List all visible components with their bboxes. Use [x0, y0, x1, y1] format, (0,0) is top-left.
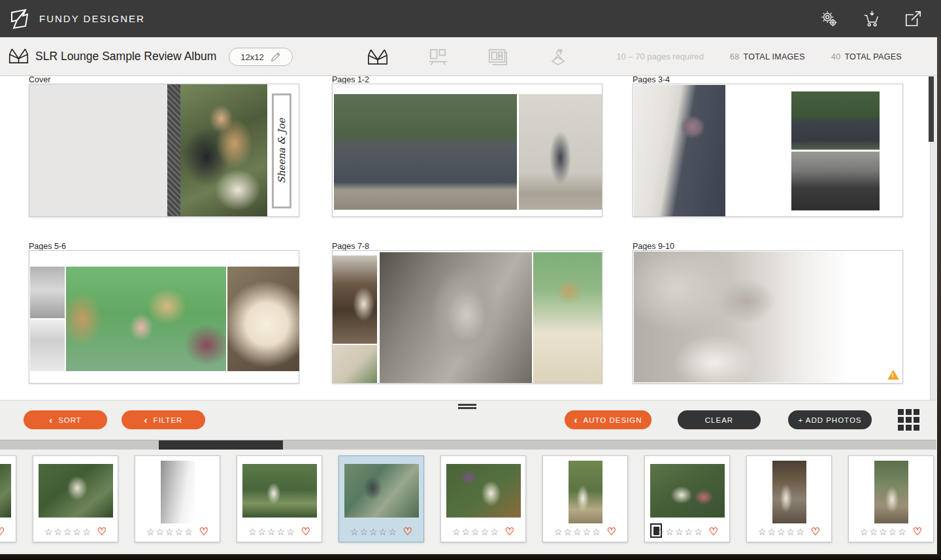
star-rating[interactable]: ☆☆☆☆☆	[248, 527, 295, 536]
favorite-heart-icon[interactable]: ♡	[403, 527, 412, 537]
star-icon[interactable]: ☆	[787, 527, 795, 536]
star-icon[interactable]: ☆	[63, 527, 72, 536]
photo-thumbnail[interactable]	[0, 464, 11, 518]
star-icon[interactable]: ☆	[156, 527, 164, 536]
star-icon[interactable]: ☆	[879, 527, 887, 536]
photo-thumbnail[interactable]	[650, 464, 725, 518]
cover-photo[interactable]	[180, 84, 267, 216]
star-rating[interactable]: ☆☆☆☆☆	[860, 527, 906, 536]
panel-drag-handle[interactable]	[458, 404, 476, 409]
tab-card-design-icon[interactable]	[486, 45, 510, 69]
photo-thumbnail[interactable]	[772, 461, 806, 523]
spread-pages-7-8[interactable]	[332, 250, 603, 384]
favorite-heart-icon[interactable]: ♡	[199, 527, 208, 537]
star-icon[interactable]: ☆	[490, 527, 499, 536]
photo-bride-looking-down[interactable]	[533, 252, 602, 383]
favorite-heart-icon[interactable]: ♡	[709, 527, 718, 537]
star-icon[interactable]: ☆	[452, 527, 461, 536]
photo-group-hug-bw[interactable]	[791, 152, 880, 210]
photo-dress-detail-1[interactable]	[30, 267, 65, 318]
star-icon[interactable]: ☆	[248, 527, 257, 536]
photo-thumbnail[interactable]	[569, 461, 603, 523]
star-icon[interactable]: ☆	[184, 527, 193, 536]
star-icon[interactable]: ☆	[286, 527, 295, 536]
photo-family-baby-kiss[interactable]	[66, 267, 226, 371]
export-icon[interactable]	[903, 9, 923, 29]
spread-cover[interactable]: Sheena & Joe	[29, 84, 299, 217]
star-icon[interactable]: ☆	[573, 527, 582, 536]
auto-design-button[interactable]: ‹ AUTO DESIGN	[565, 410, 652, 429]
star-icon[interactable]: ☆	[388, 527, 397, 536]
filmstrip-photo-card[interactable]: ☆☆☆☆☆ ♡	[542, 455, 628, 542]
album-size-pill[interactable]: 12x12	[229, 48, 293, 66]
star-rating[interactable]: ☆☆☆☆☆	[146, 527, 193, 536]
star-icon[interactable]: ☆	[359, 527, 368, 536]
filmstrip-photo-card[interactable]: ☆☆☆☆☆ ♡	[746, 455, 832, 542]
sort-button[interactable]: ‹ SORT	[24, 410, 107, 429]
star-icon[interactable]: ☆	[369, 527, 378, 536]
star-icon[interactable]: ☆	[73, 527, 82, 536]
star-icon[interactable]: ☆	[796, 527, 804, 536]
star-icon[interactable]: ☆	[165, 527, 174, 536]
photo-thumbnail[interactable]	[39, 464, 113, 518]
photo-thumbnail[interactable]	[446, 464, 521, 518]
star-icon[interactable]: ☆	[898, 527, 906, 536]
star-icon[interactable]: ☆	[175, 527, 184, 536]
star-icon[interactable]: ☆	[146, 527, 155, 536]
photo-thumbnail[interactable]	[344, 464, 419, 518]
star-icon[interactable]: ☆	[869, 527, 878, 536]
photo-thumbnail[interactable]	[161, 461, 195, 523]
star-icon[interactable]: ☆	[656, 527, 665, 536]
filmstrip-photo-card[interactable]: ☆☆☆☆☆ ♡	[644, 455, 730, 542]
star-icon[interactable]: ☆	[44, 527, 53, 536]
filter-button[interactable]: ‹ FILTER	[122, 410, 205, 429]
filmstrip-photo-card[interactable]: ☆☆☆☆☆ ♡	[338, 455, 424, 542]
star-icon[interactable]: ☆	[777, 527, 785, 536]
star-icon[interactable]: ☆	[379, 527, 388, 536]
favorite-heart-icon[interactable]: ♡	[0, 527, 5, 537]
vertical-scrollbar-thumb[interactable]	[929, 76, 934, 142]
order-cart-icon[interactable]	[861, 9, 881, 29]
spread-pages-5-6[interactable]	[29, 250, 299, 384]
star-icon[interactable]: ☆	[54, 527, 62, 536]
star-icon[interactable]: ☆	[675, 527, 684, 536]
horizontal-scrollbar[interactable]	[0, 440, 936, 450]
spread-pages-1-2[interactable]	[332, 84, 603, 217]
star-rating[interactable]: ☆☆☆☆☆	[656, 527, 702, 536]
photo-bride-closeup-bw[interactable]	[634, 252, 902, 382]
star-rating[interactable]: ☆☆☆☆☆	[758, 527, 804, 536]
favorite-heart-icon[interactable]: ♡	[811, 527, 820, 537]
tab-retouch-stamp-icon[interactable]	[546, 45, 570, 69]
star-icon[interactable]: ☆	[461, 527, 470, 536]
add-photos-button[interactable]: + ADD PHOTOS	[788, 410, 872, 429]
grid-view-icon[interactable]	[898, 409, 919, 431]
spread-pages-9-10[interactable]	[633, 250, 903, 384]
star-rating[interactable]: ☆☆☆☆☆	[452, 527, 499, 536]
star-rating[interactable]: ☆☆☆☆☆	[554, 527, 601, 536]
star-icon[interactable]: ☆	[592, 527, 601, 536]
photo-groomsmen-line[interactable]	[791, 91, 880, 150]
favorite-heart-icon[interactable]: ♡	[97, 527, 107, 537]
star-icon[interactable]: ☆	[82, 527, 91, 536]
star-icon[interactable]: ☆	[563, 527, 572, 536]
star-rating[interactable]: ☆☆☆☆☆	[350, 527, 397, 536]
horizontal-scrollbar-thumb[interactable]	[159, 440, 283, 450]
star-icon[interactable]: ☆	[350, 527, 359, 536]
photo-shoe-on-foot[interactable]	[333, 345, 377, 383]
photo-flower-girl-bw[interactable]	[380, 252, 532, 383]
photo-boutonniere[interactable]	[634, 85, 725, 216]
star-icon[interactable]: ☆	[685, 527, 693, 536]
photo-shoes-painting[interactable]	[333, 255, 377, 344]
filmstrip-photo-card[interactable]: ☆☆☆☆☆ ♡	[0, 455, 16, 542]
star-icon[interactable]: ☆	[267, 527, 276, 536]
star-icon[interactable]: ☆	[694, 527, 702, 536]
cover-title-plate[interactable]: Sheena & Joe	[272, 93, 291, 208]
warning-icon[interactable]	[887, 370, 899, 380]
tab-album-design-icon[interactable]	[366, 45, 389, 69]
settings-gears-icon[interactable]	[819, 9, 839, 29]
filmstrip-photo-card[interactable]: ☆☆☆☆☆ ♡	[440, 455, 526, 542]
photo-thumbnail[interactable]	[242, 464, 317, 518]
star-rating[interactable]: ☆☆☆☆☆	[44, 527, 91, 536]
vertical-scrollbar[interactable]	[930, 76, 936, 400]
filmstrip-photo-card[interactable]: ☆☆☆☆☆ ♡	[33, 455, 118, 542]
